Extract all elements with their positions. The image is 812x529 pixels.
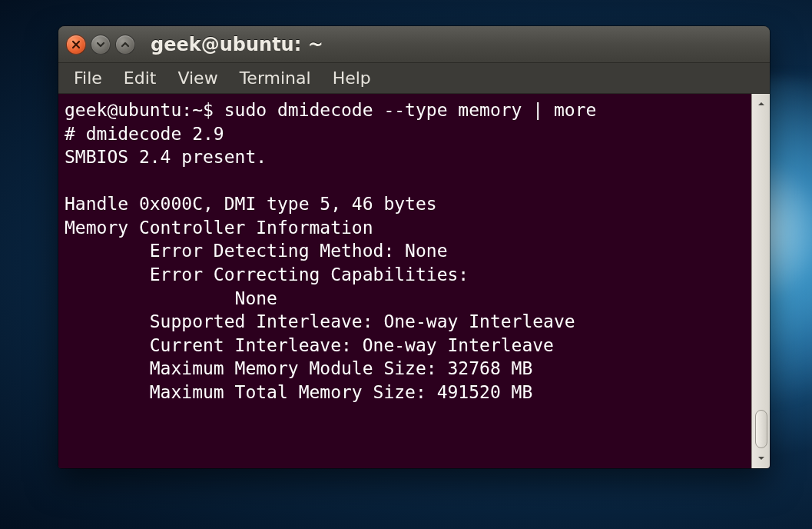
menu-terminal[interactable]: Terminal (229, 65, 322, 91)
scrollbar-thumb[interactable] (755, 410, 767, 448)
menubar: File Edit View Terminal Help (58, 63, 770, 94)
titlebar[interactable]: geek@ubuntu: ~ (58, 26, 770, 63)
menu-edit[interactable]: Edit (113, 65, 167, 91)
terminal-window: geek@ubuntu: ~ File Edit View Terminal H… (58, 26, 770, 468)
chevron-down-icon (95, 39, 106, 50)
menu-file[interactable]: File (63, 65, 113, 91)
terminal-body-wrap: geek@ubuntu:~$ sudo dmidecode --type mem… (58, 94, 770, 468)
scroll-up-icon[interactable] (754, 97, 768, 111)
minimize-button[interactable] (91, 35, 111, 55)
menu-view[interactable]: View (167, 65, 228, 91)
menu-help[interactable]: Help (322, 65, 382, 91)
terminal-output[interactable]: geek@ubuntu:~$ sudo dmidecode --type mem… (58, 94, 751, 468)
chevron-up-icon (120, 39, 131, 50)
window-title: geek@ubuntu: ~ (151, 34, 323, 55)
scroll-down-icon[interactable] (754, 451, 768, 465)
close-button[interactable] (66, 35, 86, 55)
scrollbar[interactable] (751, 94, 770, 468)
close-icon (71, 39, 81, 50)
maximize-button[interactable] (115, 35, 135, 55)
